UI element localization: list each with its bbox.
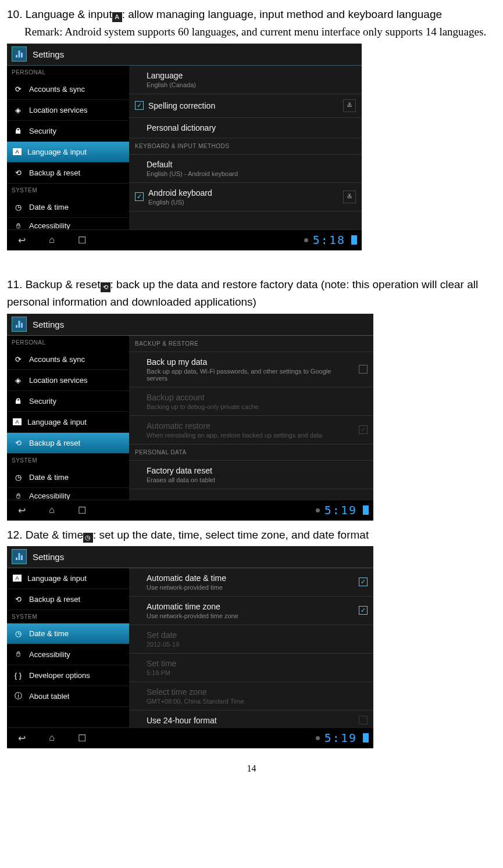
- restore-icon: ⟲: [13, 438, 23, 447]
- group-keyboard: KEYBOARD & INPUT METHODS: [129, 138, 362, 155]
- lock-icon: 🔒︎: [13, 126, 23, 135]
- tuner-icon[interactable]: ≚: [343, 191, 356, 203]
- sync-icon: ⟳: [13, 354, 23, 364]
- notification-dot[interactable]: [316, 508, 320, 512]
- item-android-kb[interactable]: ✓Android keyboardEnglish (US)≚: [129, 183, 362, 211]
- settings-header: Settings: [7, 44, 362, 66]
- sidebar-item-language[interactable]: ALanguage & input: [7, 142, 129, 163]
- clock-icon: ◷: [13, 472, 23, 482]
- notification-dot[interactable]: [316, 736, 320, 740]
- info-icon: ⓘ: [13, 691, 23, 701]
- group-backup-restore: BACKUP & RESTORE: [129, 336, 373, 352]
- sidebar-item-backup[interactable]: ⟲Backup & reset: [7, 589, 129, 610]
- item-spelling[interactable]: ✓Spelling correction≚: [129, 94, 362, 118]
- checkbox-checked-icon[interactable]: ✓: [359, 578, 368, 586]
- settings-content: BACKUP & RESTORE Back up my dataBack up …: [129, 336, 373, 500]
- nav-recent-icon[interactable]: ☐: [72, 504, 92, 517]
- sidebar-item-about[interactable]: ⓘAbout tablet: [7, 686, 129, 707]
- sidebar-item-security[interactable]: 🔒︎Security: [7, 121, 129, 142]
- sidebar-group-system: SYSTEM: [7, 610, 129, 623]
- restore-icon: ⟲: [13, 594, 23, 604]
- sidebar-item-datetime[interactable]: ◷Date & time: [7, 467, 129, 488]
- screenshot-datetime: Settings ALanguage & input ⟲Backup & res…: [7, 546, 373, 748]
- sidebar-item-accounts[interactable]: ⟳Accounts & sync: [7, 349, 129, 370]
- checkbox-empty-icon[interactable]: [359, 365, 368, 374]
- checkbox-disabled-icon: ✓: [359, 425, 368, 434]
- checkbox-checked-icon[interactable]: ✓: [135, 101, 144, 110]
- sidebar-group-personal: PERSONAL: [7, 66, 129, 79]
- item-dictionary[interactable]: Personal dictionary: [129, 118, 362, 138]
- sidebar-item-datetime[interactable]: ◷Date & time: [7, 197, 129, 218]
- settings-content: Automatic date & timeUse network-provide…: [129, 568, 373, 727]
- clock-text: 5:19: [324, 503, 357, 517]
- item-select-timezone: Select time zoneGMT+08:00, China Standar…: [129, 682, 373, 711]
- settings-header: Settings: [7, 314, 373, 336]
- checkbox-empty-icon[interactable]: [359, 716, 368, 724]
- nav-home-icon[interactable]: ⌂: [42, 234, 62, 246]
- settings-sidebar: PERSONAL ⟳Accounts & sync ◈Location serv…: [7, 66, 129, 229]
- notification-dot[interactable]: [304, 238, 308, 242]
- sidebar-item-accessibility[interactable]: ✋︎Accessibility: [7, 488, 129, 500]
- item-24hour[interactable]: Use 24-hour format: [129, 711, 373, 727]
- screenshot-language-input: Settings PERSONAL ⟳Accounts & sync ◈Loca…: [7, 44, 362, 250]
- item-set-date: Set date2012-05-19: [129, 625, 373, 654]
- sidebar-item-backup[interactable]: ⟲Backup & reset: [7, 433, 129, 454]
- clock-icon: ◷: [13, 202, 23, 211]
- android-navbar: ↩ ⌂ ☐ 5:19: [7, 500, 373, 521]
- sidebar-item-accessibility[interactable]: ✋︎Accessibility: [7, 218, 129, 229]
- sidebar-item-location[interactable]: ◈Location services: [7, 100, 129, 121]
- sidebar-item-location[interactable]: ◈Location services: [7, 370, 129, 391]
- settings-icon: [12, 46, 27, 62]
- keyboard-icon: A: [13, 575, 22, 582]
- sidebar-item-developer[interactable]: { }Developer options: [7, 665, 129, 686]
- sidebar-item-language[interactable]: ALanguage & input: [7, 412, 129, 433]
- sidebar-item-language[interactable]: ALanguage & input: [7, 568, 129, 589]
- section-10-remark: Remark: Android system supports 60 langu…: [24, 23, 496, 41]
- nav-recent-icon[interactable]: ☐: [72, 731, 92, 744]
- item-backup-account: Backup accountBacking up to debug-only p…: [129, 388, 373, 416]
- datetime-icon: ◷: [83, 533, 93, 543]
- location-icon: ◈: [13, 375, 23, 385]
- item-language[interactable]: LanguageEnglish (Canada): [129, 66, 362, 94]
- sidebar-item-backup[interactable]: ⟲Backup & reset: [7, 163, 129, 184]
- settings-content: LanguageEnglish (Canada) ✓Spelling corre…: [129, 66, 362, 229]
- restore-icon: ⟲: [13, 168, 23, 177]
- settings-title: Settings: [33, 49, 64, 59]
- backup-reset-icon: ⟲: [101, 282, 110, 292]
- checkbox-checked-icon[interactable]: ✓: [359, 606, 368, 615]
- sidebar-group-system: SYSTEM: [7, 454, 129, 467]
- nav-back-icon[interactable]: ↩: [12, 504, 31, 517]
- braces-icon: { }: [13, 670, 23, 680]
- sidebar-item-accessibility[interactable]: ✋︎Accessibility: [7, 644, 129, 665]
- settings-sidebar: ALanguage & input ⟲Backup & reset SYSTEM…: [7, 568, 129, 727]
- item-auto-datetime[interactable]: Automatic date & timeUse network-provide…: [129, 568, 373, 597]
- nav-recent-icon[interactable]: ☐: [72, 234, 92, 246]
- nav-home-icon[interactable]: ⌂: [42, 731, 62, 744]
- section-12-title: 12. Date & time◷: set up the date, time,…: [7, 526, 496, 544]
- sidebar-item-datetime[interactable]: ◷Date & time: [7, 623, 129, 644]
- keyboard-icon: A: [13, 418, 22, 425]
- nav-back-icon[interactable]: ↩: [12, 731, 31, 744]
- nav-home-icon[interactable]: ⌂: [42, 504, 62, 517]
- section-10-title: 10. Language & inputA: allow managing la…: [7, 6, 496, 23]
- hand-icon: ✋︎: [13, 221, 23, 229]
- settings-icon: [12, 317, 27, 332]
- item-backup-data[interactable]: Back up my dataBack up app data, Wi-Fi p…: [129, 352, 373, 388]
- lock-icon: 🔒︎: [13, 396, 23, 406]
- checkbox-checked-icon[interactable]: ✓: [135, 192, 144, 201]
- screenshot-backup-reset: Settings PERSONAL ⟳Accounts & sync ◈Loca…: [7, 314, 373, 521]
- clock-text: 5:18: [313, 233, 345, 247]
- nav-back-icon[interactable]: ↩: [12, 234, 31, 246]
- settings-icon: [12, 549, 27, 564]
- keyboard-icon: A: [13, 148, 22, 155]
- item-default-kb[interactable]: DefaultEnglish (US) - Android keyboard: [129, 155, 362, 183]
- sidebar-item-accounts[interactable]: ⟳Accounts & sync: [7, 79, 129, 100]
- tuner-icon[interactable]: ≚: [343, 99, 356, 112]
- battery-icon: [363, 733, 369, 743]
- item-factory-reset[interactable]: Factory data resetErases all data on tab…: [129, 461, 373, 489]
- item-auto-timezone[interactable]: Automatic time zoneUse network-provided …: [129, 597, 373, 625]
- item-auto-restore: Automatic restoreWhen reinstalling an ap…: [129, 416, 373, 444]
- battery-icon: [351, 235, 357, 245]
- sidebar-item-security[interactable]: 🔒︎Security: [7, 391, 129, 412]
- clock-text: 5:19: [324, 731, 357, 745]
